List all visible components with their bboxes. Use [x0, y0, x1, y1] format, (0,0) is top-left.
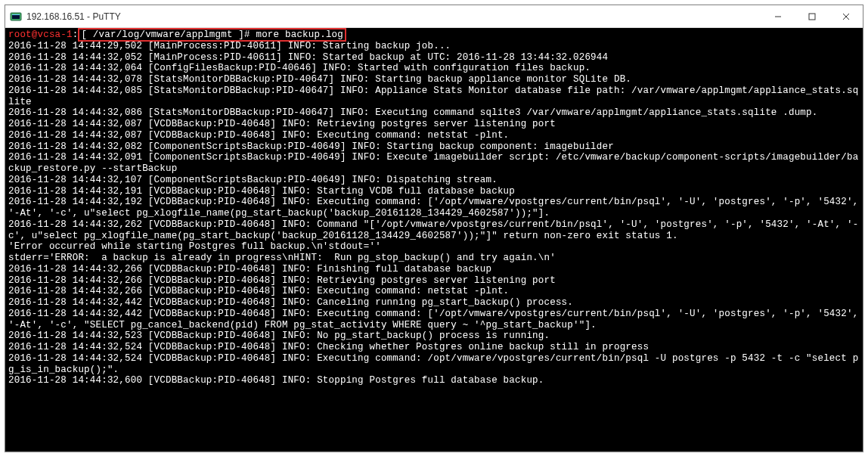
putty-window: 192.168.16.51 - PuTTY root@vcsa-1:[ /var…	[5, 5, 863, 452]
window-buttons	[761, 5, 863, 27]
maximize-button[interactable]	[795, 5, 829, 27]
svg-rect-4	[809, 14, 815, 20]
title-left: 192.168.16.51 - PuTTY	[10, 11, 121, 23]
terminal[interactable]: root@vcsa-1:[ /var/log/vmware/applmgmt ]…	[5, 28, 863, 451]
log-output: 2016-11-28 14:44:29,502 [MainProcess:PID…	[8, 41, 864, 386]
close-button[interactable]	[829, 5, 863, 27]
prompt-user: root@vcsa-1	[8, 29, 73, 40]
prompt-path-text: [ /var/log/vmware/applmgmt ]#	[81, 29, 250, 40]
putty-icon	[10, 11, 22, 23]
highlighted-command: [ /var/log/vmware/applmgmt ]# more backu…	[78, 28, 346, 42]
titlebar: 192.168.16.51 - PuTTY	[5, 5, 863, 28]
command-text: more backup.log	[256, 29, 343, 40]
minimize-button[interactable]	[761, 5, 795, 27]
window-title: 192.168.16.51 - PuTTY	[26, 11, 121, 22]
svg-rect-2	[12, 14, 20, 15]
